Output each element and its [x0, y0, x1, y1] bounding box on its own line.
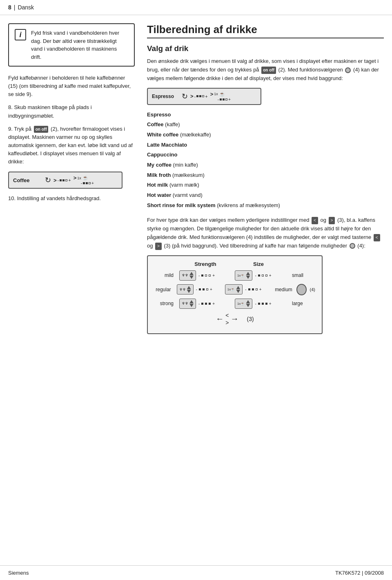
drink-item-9: Hot water (varmt vand)	[147, 190, 384, 201]
refresh-icon: ↻	[45, 176, 51, 185]
ss-row-regular: regular ♆♆ - +	[154, 284, 315, 295]
mild-strength-display: ♆♆	[179, 270, 196, 281]
ss-row-strong: strong ♆♆ - +	[154, 299, 315, 309]
right-column: Tilberedning af drikke Valg af drik Den …	[147, 23, 384, 334]
greater-btn: >	[329, 217, 335, 224]
ss-header-row: Strength Size	[179, 261, 315, 267]
drink-item-3: White coffee (mælkekaffe)	[147, 130, 384, 140]
down-arrow	[189, 276, 194, 279]
product-code: TK76K572 | 09/2008	[335, 570, 384, 576]
esp-row-2: > 1x ☕	[210, 91, 231, 97]
minus-symbol: -	[58, 178, 59, 183]
intro-paragraph: Den ønskede drik vælges i menuen til val…	[147, 57, 384, 83]
greater-symbol: >	[53, 177, 57, 183]
mild-str-arrows	[189, 272, 194, 279]
on-off-ref-right: on off	[261, 67, 276, 74]
greater-arrow: >	[225, 319, 229, 326]
left-para-1: Fyld kaffebønner i beholderen til hele k…	[8, 74, 135, 98]
ss-footer: ← < > → (3)	[154, 312, 315, 326]
regular-strength-cell: ♆♆ - +	[177, 284, 223, 294]
ctrl-group-1: > - +	[53, 177, 71, 183]
drink-item-7: Milk froth (mælkeskum)	[147, 170, 384, 181]
down-arrow-4	[236, 290, 240, 293]
on-off-button-ref: on off	[34, 126, 49, 133]
strength-size-table: Strength Size mild ♆♆ -	[147, 255, 323, 334]
greater-symbol-2: >	[74, 175, 77, 181]
down-arrow-5	[189, 304, 194, 307]
drink-item-4: Latte Macchiato	[147, 140, 384, 150]
footer-label: (3)	[247, 316, 254, 322]
cup-icon: ☕	[82, 175, 88, 181]
drinks-list: Espresso Coffee (kaffe) White coffee (mæ…	[147, 110, 384, 211]
greater-btn-2: >	[155, 243, 162, 250]
espresso-controls: ↻ > - + > 1x ☕	[182, 91, 231, 102]
left-arrow-icon: ←	[216, 314, 224, 323]
small-label: small	[292, 272, 303, 278]
down-arrow-2	[246, 276, 250, 279]
ctrl-row-3: - +	[74, 181, 94, 185]
right-para-2: For hver type drik kan der vælges mellem…	[147, 216, 384, 250]
section-title: Tilberedning af drikke	[147, 23, 384, 36]
drink-item-8: Hot milk (varm mælk)	[147, 180, 384, 190]
esp-ctrl-1: > - +	[190, 93, 208, 99]
up-arrow-3	[187, 286, 191, 289]
seg6	[89, 182, 91, 184]
drink-item-1: Espresso	[147, 110, 384, 120]
ctrl-group-2: > 1x ☕ - +	[74, 175, 94, 185]
page-header: 8 | Dansk	[0, 0, 392, 15]
page-number: 8	[8, 4, 11, 11]
info-icon: i	[15, 29, 26, 40]
regular-size-display: 1x☕	[225, 284, 243, 294]
drink-item-5: Cappuccino	[147, 150, 384, 160]
strong-size-cell: 1x☕ - +	[235, 299, 288, 309]
drink-item-2: Coffee (kaffe)	[147, 120, 384, 130]
str-size-arrows	[246, 300, 250, 307]
coffee-label: Coffee	[13, 177, 42, 183]
ctrl-row-2: > 1x ☕	[74, 175, 94, 181]
function-selector-4	[296, 284, 307, 295]
down-arrow-3	[187, 290, 191, 293]
section-divider	[147, 38, 384, 38]
header-strength: Strength	[179, 261, 232, 267]
str-str-arrows	[189, 300, 194, 307]
regular-size-cell: 1x☕ - +	[225, 284, 271, 294]
drink-item-6: My coffee (min kaffe)	[147, 160, 384, 170]
espresso-display: Espresso ↻ > - + > 1x	[147, 88, 261, 105]
left-column: i Fyld frisk vand i vandbeholderen hver …	[8, 23, 135, 334]
minus-2: -	[81, 181, 82, 185]
less-btn-2: <	[374, 234, 380, 241]
espresso-refresh-icon: ↻	[182, 92, 188, 101]
mild-size-display: 1x☕	[235, 270, 252, 281]
seg3	[65, 179, 67, 181]
one-x: 1x	[77, 176, 81, 180]
circle-ref	[350, 243, 355, 249]
header-size: Size	[232, 261, 285, 267]
right-arrow-icon: →	[231, 314, 239, 323]
seg4	[83, 182, 85, 184]
seg5	[86, 182, 88, 184]
footer-arrows: ← < > →	[216, 312, 238, 326]
less-arrow: <	[225, 312, 229, 319]
plus-symbol: +	[68, 178, 71, 183]
strong-strength-display: ♆♆	[179, 299, 196, 309]
left-para-3: 9. Tryk på on off (2), hvorefter firmalo…	[8, 125, 135, 166]
reg-size-arrows	[236, 286, 240, 293]
esp-ctrl-2: > 1x ☕ - +	[210, 91, 231, 102]
large-label: large	[292, 301, 303, 306]
arrow-center: < >	[225, 312, 229, 326]
up-arrow-2	[246, 272, 250, 275]
mild-strength-cell: ♆♆ - +	[179, 270, 232, 281]
left-para-4: 10. Indstilling af vandets hårdhedsgrad.	[8, 194, 135, 203]
left-para-2: 8. Skub maskinen tilbage på plads i indb…	[8, 103, 135, 120]
selector-4-label: (4)	[310, 287, 315, 292]
drink-item-10: Short rinse for milk system (kvikrens af…	[147, 201, 384, 211]
ctrl-row-1: > - +	[53, 177, 71, 183]
info-box: i Fyld frisk vand i vandbeholderen hver …	[8, 23, 135, 67]
down-arrow-6	[246, 304, 250, 307]
display-controls: ↻ > - + >	[45, 175, 94, 185]
function-selector-ref	[345, 67, 351, 73]
seg1	[60, 179, 62, 181]
up-arrow-6	[246, 300, 250, 303]
mild-label: mild	[154, 272, 177, 278]
up-arrow-4	[236, 286, 240, 289]
